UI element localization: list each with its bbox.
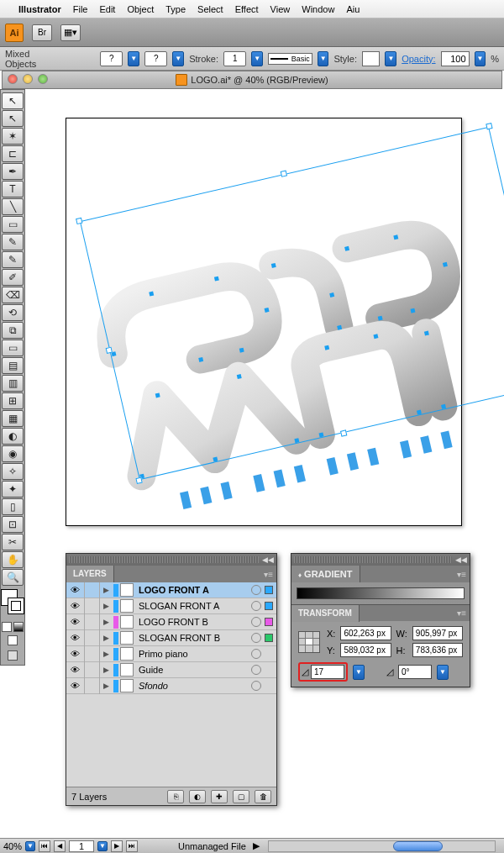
visibility-toggle[interactable]: 👁 bbox=[66, 678, 85, 694]
menu-effect[interactable]: Effect bbox=[235, 4, 259, 14]
eyedropper-tool[interactable]: ◉ bbox=[2, 445, 24, 462]
new-layer-button[interactable]: ▢ bbox=[233, 790, 249, 803]
layer-name[interactable]: Guide bbox=[137, 665, 248, 675]
fill-dropdown[interactable]: ? bbox=[100, 51, 123, 66]
zoom-tool[interactable]: 🔍 bbox=[2, 569, 24, 586]
target-ring[interactable] bbox=[251, 617, 261, 627]
gradient-tool[interactable]: ◐ bbox=[2, 428, 24, 445]
close-button[interactable] bbox=[8, 74, 18, 84]
visibility-toggle[interactable]: 👁 bbox=[66, 582, 85, 598]
selection-tool[interactable]: ↖ bbox=[2, 92, 24, 109]
target-ring[interactable] bbox=[251, 649, 261, 659]
target-ring[interactable] bbox=[251, 633, 261, 643]
zoom-button[interactable] bbox=[38, 74, 48, 84]
w-field[interactable]: 905,997 px bbox=[412, 626, 463, 640]
artboard-number-field[interactable] bbox=[69, 840, 94, 852]
zoom-dropdown[interactable]: ▼ bbox=[25, 841, 35, 851]
layer-name[interactable]: LOGO FRONT B bbox=[137, 617, 248, 627]
layer-name[interactable]: LOGO FRONT A bbox=[137, 585, 248, 595]
column-graph-tool[interactable]: ▯ bbox=[2, 498, 24, 515]
screen-mode-button[interactable] bbox=[8, 650, 18, 661]
stroke-dropdown[interactable]: ? bbox=[144, 51, 167, 66]
zoom-level[interactable]: 40% bbox=[3, 841, 22, 851]
lock-toggle[interactable] bbox=[85, 646, 100, 662]
arrange-documents-button[interactable]: ▦▾ bbox=[60, 24, 81, 41]
type-tool[interactable]: T bbox=[2, 181, 24, 197]
artboard-dropdown[interactable]: ▼ bbox=[97, 841, 108, 851]
menu-select[interactable]: Select bbox=[197, 4, 223, 14]
blend-tool[interactable]: ✧ bbox=[2, 463, 24, 480]
stroke-dropdown-arrow[interactable]: ▼ bbox=[172, 51, 184, 66]
fill-dropdown-arrow[interactable]: ▼ bbox=[128, 51, 139, 66]
target-ring[interactable] bbox=[251, 665, 261, 675]
layer-row[interactable]: 👁▶Primo piano bbox=[66, 646, 276, 662]
layer-row[interactable]: 👁▶LOGO FRONT B bbox=[66, 614, 276, 630]
color-mode-gradient[interactable] bbox=[13, 622, 24, 632]
expand-toggle[interactable]: ▶ bbox=[100, 650, 112, 658]
scale-tool[interactable]: ⧉ bbox=[2, 322, 24, 339]
shape-builder-tool[interactable]: ▥ bbox=[2, 375, 24, 392]
perspective-grid-tool[interactable]: ⊞ bbox=[2, 392, 24, 409]
layer-row[interactable]: 👁▶SLOGAN FRONT B bbox=[66, 630, 276, 646]
transform-tab[interactable]: TRANSFORM bbox=[291, 605, 360, 622]
locate-object-button[interactable]: ⎘ bbox=[167, 790, 184, 803]
visibility-toggle[interactable]: 👁 bbox=[66, 646, 85, 662]
target-ring[interactable] bbox=[251, 601, 261, 611]
gradient-panel-menu[interactable]: ▾≡ bbox=[454, 570, 470, 579]
layers-panel-menu[interactable]: ▾≡ bbox=[260, 570, 276, 579]
hand-tool[interactable]: ✋ bbox=[2, 551, 24, 568]
rotate-tool[interactable]: ⟲ bbox=[2, 304, 24, 321]
target-ring[interactable] bbox=[251, 585, 261, 595]
visibility-toggle[interactable]: 👁 bbox=[66, 630, 85, 646]
menu-file[interactable]: File bbox=[73, 4, 88, 14]
layer-row[interactable]: 👁▶Sfondo bbox=[66, 678, 276, 694]
fill-stroke-swatches[interactable] bbox=[1, 589, 24, 618]
artboard[interactable] bbox=[66, 118, 462, 526]
free-transform-tool[interactable]: ▤ bbox=[2, 357, 24, 374]
layer-row[interactable]: 👁▶Guide bbox=[66, 662, 276, 678]
last-artboard-button[interactable]: ⏭ bbox=[126, 840, 138, 852]
gradient-preview[interactable] bbox=[297, 587, 465, 599]
lock-toggle[interactable] bbox=[85, 662, 100, 678]
color-mode-none[interactable] bbox=[8, 635, 18, 645]
lock-toggle[interactable] bbox=[85, 582, 100, 598]
menu-edit[interactable]: Edit bbox=[99, 4, 115, 14]
menu-object[interactable]: Object bbox=[127, 4, 154, 14]
layer-name[interactable]: SLOGAN FRONT B bbox=[137, 633, 248, 643]
menu-type[interactable]: Type bbox=[165, 4, 186, 14]
stroke-swatch[interactable] bbox=[8, 598, 24, 614]
layer-row[interactable]: 👁▶LOGO FRONT A bbox=[66, 582, 276, 598]
rotation-field[interactable]: 17 bbox=[311, 665, 344, 679]
shear-field[interactable]: 0° bbox=[398, 665, 432, 679]
expand-toggle[interactable]: ▶ bbox=[100, 602, 112, 610]
next-artboard-button[interactable]: ▶ bbox=[111, 840, 123, 852]
opacity-field[interactable] bbox=[441, 51, 470, 66]
prev-artboard-button[interactable]: ◀ bbox=[54, 840, 66, 852]
visibility-toggle[interactable]: 👁 bbox=[66, 614, 85, 630]
layer-row[interactable]: 👁▶SLOGAN FRONT A bbox=[66, 598, 276, 614]
stroke-weight-arrow[interactable]: ▼ bbox=[251, 51, 263, 66]
menu-help[interactable]: Aiu bbox=[346, 4, 360, 14]
direct-selection-tool[interactable]: ↖ bbox=[2, 110, 24, 127]
transform-panel-menu[interactable]: ▾≡ bbox=[454, 608, 470, 618]
color-mode-solid[interactable] bbox=[2, 622, 12, 632]
gradient-tab[interactable]: ♦GRADIENT bbox=[291, 566, 360, 582]
shear-dropdown[interactable]: ▼ bbox=[437, 665, 449, 680]
artboard-tool[interactable]: ⊡ bbox=[2, 516, 24, 533]
y-field[interactable]: 589,032 px bbox=[340, 643, 391, 657]
layer-name[interactable]: SLOGAN FRONT A bbox=[137, 601, 248, 611]
symbol-sprayer-tool[interactable]: ✦ bbox=[2, 481, 24, 498]
h-field[interactable]: 783,636 px bbox=[412, 643, 463, 657]
stroke-weight-field[interactable]: 1 bbox=[223, 51, 246, 66]
slice-tool[interactable]: ✂ bbox=[2, 534, 24, 550]
minimize-button[interactable] bbox=[23, 74, 33, 84]
rectangle-tool[interactable]: ▭ bbox=[2, 216, 24, 233]
reference-point-grid[interactable] bbox=[298, 631, 320, 653]
delete-layer-button[interactable]: 🗑 bbox=[255, 790, 271, 803]
new-sublayer-button[interactable]: ✚ bbox=[211, 790, 228, 803]
x-field[interactable]: 602,263 px bbox=[340, 626, 391, 640]
expand-toggle[interactable]: ▶ bbox=[100, 682, 112, 690]
menu-view[interactable]: View bbox=[270, 4, 291, 14]
graphic-style-arrow[interactable]: ▼ bbox=[385, 51, 396, 66]
brush-definition-arrow[interactable]: ▼ bbox=[318, 51, 329, 66]
